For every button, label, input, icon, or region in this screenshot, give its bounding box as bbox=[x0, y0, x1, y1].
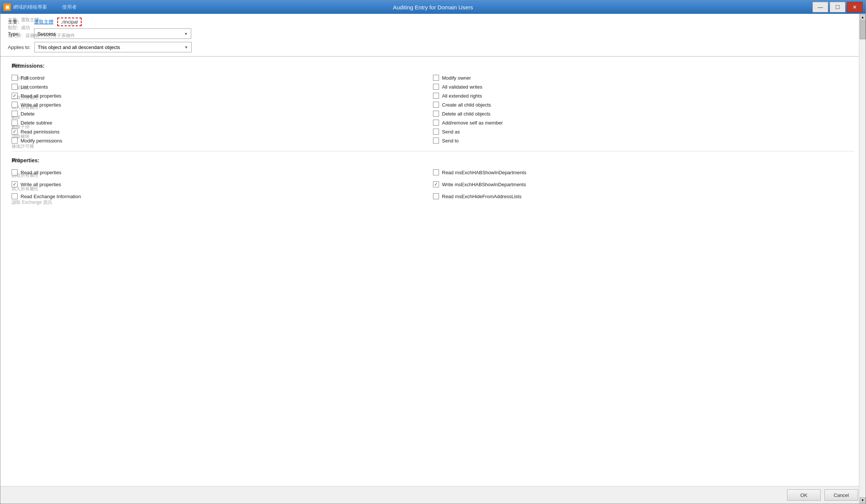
permissions-left-col: Full control List contents Read all prop… bbox=[12, 73, 433, 145]
applies-dropdown-arrow: ▼ bbox=[185, 45, 188, 49]
principal-box: , rincipal bbox=[57, 18, 82, 26]
scroll-thumb[interactable] bbox=[860, 21, 866, 39]
properties-grid: Read all properties Write all properties… bbox=[12, 168, 854, 204]
checkbox-send-to[interactable] bbox=[433, 138, 439, 144]
checkbox-prop-read-all[interactable] bbox=[12, 169, 18, 175]
principal-row: 主要: 選取主體 , rincipal bbox=[8, 18, 858, 26]
type-dropdown-arrow: ▼ bbox=[184, 32, 188, 36]
applies-dropdown[interactable]: This object and all descendant objects ▼ bbox=[34, 42, 192, 52]
checkbox-create-child[interactable] bbox=[433, 102, 439, 108]
content-area: 主要: 選取主體 , rincipal Type: Success ▼ Appl… bbox=[0, 14, 866, 504]
perm-read-permissions: Read permissions bbox=[12, 127, 433, 136]
maximize-button[interactable]: ☐ bbox=[830, 2, 845, 12]
permissions-scroll[interactable]: 屬性: Permissions: 完全控制 清單內容 讀取所有屬性 寫入所有屬性… bbox=[0, 56, 866, 486]
type-row: Type: Success ▼ bbox=[8, 28, 858, 39]
checkbox-prop-write-hab[interactable] bbox=[433, 181, 439, 187]
prop-read-exchange: Read Exchange Information bbox=[12, 192, 433, 201]
label-send-to: Send to bbox=[442, 138, 459, 144]
properties-section-wrapper: 屬性: Properties: 讀取所有屬性 寫入所有屬性 讀取 Exchang… bbox=[12, 157, 854, 204]
checkbox-write-all-props[interactable] bbox=[12, 102, 18, 108]
perm-full-control: Full control bbox=[12, 73, 433, 82]
checkbox-modify-permissions[interactable] bbox=[12, 138, 18, 144]
checkbox-prop-write-all[interactable] bbox=[12, 181, 18, 187]
properties-right-col: Read msExchHABShowInDepartments Write ms… bbox=[433, 168, 854, 204]
checkbox-prop-read-exchange[interactable] bbox=[12, 193, 18, 199]
window-controls: — ☐ ✕ bbox=[812, 2, 863, 12]
label-send-as: Send as bbox=[442, 129, 460, 135]
minimize-button[interactable]: — bbox=[812, 2, 828, 12]
type-label: Type: bbox=[8, 31, 30, 37]
checkbox-modify-owner[interactable] bbox=[433, 75, 439, 81]
perm-send-to: Send to bbox=[433, 136, 854, 145]
principal-label-zh: 主要: bbox=[8, 19, 30, 25]
checkbox-add-remove-self[interactable] bbox=[433, 120, 439, 126]
label-delete: Delete bbox=[21, 111, 35, 117]
checkbox-delete-child[interactable] bbox=[433, 111, 439, 117]
perm-delete-child: Delete all child objects bbox=[433, 109, 854, 118]
label-all-validated: All validated writes bbox=[442, 84, 482, 90]
checkbox-list-contents[interactable] bbox=[12, 84, 18, 90]
permissions-title-zh: 屬性: bbox=[12, 63, 22, 69]
label-list-contents: List contents bbox=[21, 84, 48, 90]
applies-to-row: Applies to: This object and all descenda… bbox=[8, 42, 858, 52]
permissions-right-col: Modify owner All validated writes All ex… bbox=[433, 73, 854, 145]
checkbox-prop-read-hide[interactable] bbox=[433, 193, 439, 199]
main-window: ▣ 網域的稽核專案 使用者 Auditing Entry for Domain … bbox=[0, 0, 866, 504]
header-form: 主要: 選取主體 , rincipal Type: Success ▼ Appl… bbox=[0, 14, 866, 56]
label-full-control: Full control bbox=[21, 75, 45, 81]
applies-value: This object and all descendant objects bbox=[38, 44, 120, 50]
properties-left-col: Read all properties Write all properties… bbox=[12, 168, 433, 204]
label-prop-read-all: Read all properties bbox=[21, 170, 61, 175]
nav-user: 使用者 bbox=[62, 4, 77, 10]
perm-all-validated: All validated writes bbox=[433, 82, 854, 91]
app-icon: ▣ bbox=[3, 3, 11, 11]
select-principal-link[interactable]: 選取主體 bbox=[34, 19, 54, 25]
scroll-up-btn[interactable]: ▲ bbox=[860, 14, 866, 20]
checkbox-delete-subtree[interactable] bbox=[12, 120, 18, 126]
perm-create-child: Create all child objects bbox=[433, 100, 854, 109]
close-button[interactable]: ✕ bbox=[847, 2, 863, 12]
perm-delete-subtree: Delete subtree bbox=[12, 118, 433, 127]
label-all-extended: All extended rights bbox=[442, 93, 482, 99]
perm-write-all-props: Write all properties bbox=[12, 100, 433, 109]
title-bar-left: ▣ 網域的稽核專案 使用者 bbox=[3, 3, 77, 11]
label-prop-read-hide: Read msExchHideFromAddressLists bbox=[442, 194, 521, 199]
scrollbar[interactable]: ▲ ▼ bbox=[859, 14, 866, 504]
checkbox-all-validated[interactable] bbox=[433, 84, 439, 90]
principal-value2: rincipal bbox=[62, 19, 78, 25]
applies-label: Applies to: bbox=[8, 44, 31, 50]
label-create-child: Create all child objects bbox=[442, 102, 491, 108]
checkbox-send-as[interactable] bbox=[433, 129, 439, 135]
label-delete-subtree: Delete subtree bbox=[21, 120, 52, 126]
title-bar-nav: 網域的稽核專案 使用者 bbox=[13, 4, 77, 10]
perm-add-remove-self: Add/remove self as member bbox=[433, 118, 854, 127]
perm-modify-permissions: Modify permissions bbox=[12, 136, 433, 145]
checkbox-prop-read-hab[interactable] bbox=[433, 169, 439, 175]
permissions-grid: Full control List contents Read all prop… bbox=[12, 73, 854, 145]
label-prop-write-all: Write all properties bbox=[21, 182, 61, 187]
type-value: Success bbox=[37, 31, 56, 37]
scroll-down-btn[interactable]: ▼ bbox=[860, 497, 866, 503]
label-add-remove-self: Add/remove self as member bbox=[442, 120, 503, 126]
label-prop-read-hab: Read msExchHABShowInDepartments bbox=[442, 170, 526, 175]
section-divider bbox=[12, 151, 854, 151]
properties-title: 屬性: Properties: bbox=[12, 157, 854, 163]
type-zh: Type: bbox=[8, 31, 20, 37]
checkbox-full-control[interactable] bbox=[12, 75, 18, 81]
checkbox-read-all-props[interactable] bbox=[12, 93, 18, 99]
properties-zh-overlay: 屬性: bbox=[12, 157, 22, 164]
permissions-cols-wrapper: 完全控制 清單內容 讀取所有屬性 寫入所有屬性 刪除 刪除子掛 讀取權限 修改許… bbox=[12, 73, 854, 145]
checkbox-all-extended[interactable] bbox=[433, 93, 439, 99]
cancel-button[interactable]: Cancel bbox=[824, 489, 858, 501]
ok-button[interactable]: OK bbox=[787, 489, 821, 501]
label-read-permissions: Read permissions bbox=[21, 129, 60, 135]
window-title: Auditing Entry for Domain Users bbox=[393, 4, 473, 10]
perm-modify-owner: Modify owner bbox=[433, 73, 854, 82]
checkbox-delete[interactable] bbox=[12, 111, 18, 117]
label-modify-owner: Modify owner bbox=[442, 75, 471, 81]
checkbox-read-permissions[interactable] bbox=[12, 129, 18, 135]
perm-list-contents: List contents bbox=[12, 82, 433, 91]
title-bar: ▣ 網域的稽核專案 使用者 Auditing Entry for Domain … bbox=[0, 0, 866, 14]
label-read-all-props: Read all properties bbox=[21, 93, 61, 99]
type-dropdown[interactable]: Success ▼ bbox=[34, 28, 191, 39]
